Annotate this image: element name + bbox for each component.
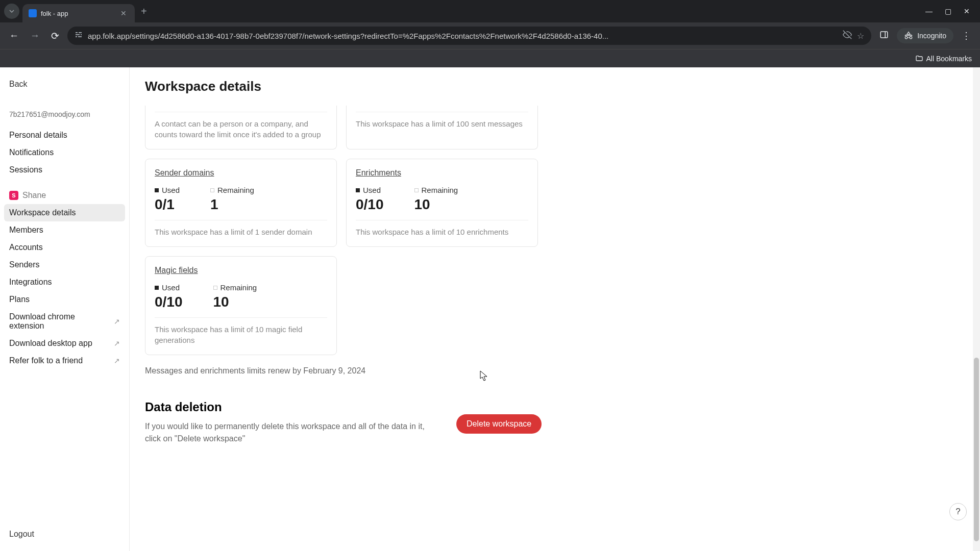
- browser-tab[interactable]: folk - app ✕: [22, 4, 135, 22]
- external-link-icon: ↗: [114, 357, 120, 365]
- remaining-value: 10: [414, 196, 458, 213]
- scrollbar-track[interactable]: [973, 67, 980, 551]
- legend-filled-icon: [155, 286, 159, 290]
- used-value: 0/10: [356, 196, 384, 213]
- settings-sidebar: Back 7b217651@moodjoy.com Personal detai…: [0, 67, 130, 551]
- browser-menu-icon[interactable]: ⋮: [959, 27, 974, 44]
- usage-cards-grid: A contact can be a person or a company, …: [145, 106, 965, 355]
- sidebar-item-refer[interactable]: Refer folk to a friend↗: [4, 352, 125, 369]
- divider: [155, 220, 327, 220]
- sidebar-item-label: Sessions: [9, 165, 42, 174]
- sidebar-item-label: Plans: [9, 295, 30, 304]
- address-bar[interactable]: app.folk.app/settings/4d2586d0-a136-4017…: [67, 27, 871, 45]
- sidebar-item-label: Integrations: [9, 278, 52, 287]
- sidebar-item-members[interactable]: Members: [4, 221, 125, 239]
- card-note: This workspace has a limit of 100 sent m…: [356, 118, 528, 129]
- divider: [155, 317, 327, 318]
- deletion-body: If you would like to permanently delete …: [145, 420, 436, 445]
- sidebar-item-personal-details[interactable]: Personal details: [4, 127, 125, 144]
- card-stats: Used 0/10 Remaining 10: [356, 186, 528, 213]
- all-bookmarks-button[interactable]: All Bookmarks: [915, 55, 972, 63]
- sidebar-item-label: Members: [9, 226, 43, 235]
- used-label: Used: [356, 186, 384, 194]
- svg-rect-3: [81, 34, 82, 35]
- usage-card-contacts-partial: A contact can be a person or a company, …: [145, 106, 337, 149]
- side-panel-icon[interactable]: [876, 27, 892, 44]
- close-window-icon[interactable]: ✕: [964, 7, 970, 15]
- legend-filled-icon: [356, 188, 360, 192]
- remaining-label: Remaining: [213, 283, 257, 292]
- logout-button[interactable]: Logout: [4, 525, 125, 543]
- sidebar-item-plans[interactable]: Plans: [4, 291, 125, 308]
- sidebar-item-label: Workspace details: [9, 208, 76, 217]
- tab-search-dropdown[interactable]: [4, 4, 19, 19]
- sidebar-item-sessions[interactable]: Sessions: [4, 161, 125, 179]
- usage-card-messages-partial: This workspace has a limit of 100 sent m…: [346, 106, 538, 149]
- sidebar-item-label: Download chrome extension: [9, 312, 110, 331]
- divider: [356, 112, 528, 112]
- card-stats: Used 0/10 Remaining 10: [155, 283, 327, 310]
- tab-favicon-icon: [29, 9, 37, 17]
- sidebar-item-senders[interactable]: Senders: [4, 256, 125, 273]
- svg-rect-1: [79, 32, 82, 33]
- divider: [155, 112, 327, 112]
- usage-card-magic-fields: Magic fields Used 0/10 Remaining 10 This…: [145, 256, 337, 355]
- legend-empty-icon: [213, 286, 217, 290]
- card-note: A contact can be a person or a company, …: [155, 118, 327, 140]
- all-bookmarks-label: All Bookmarks: [926, 55, 972, 63]
- back-icon[interactable]: ←: [6, 27, 22, 44]
- renewal-note: Messages and enrichments limits renew by…: [145, 366, 965, 375]
- used-value: 0/1: [155, 196, 180, 213]
- legend-empty-icon: [210, 188, 214, 192]
- new-tab-button[interactable]: +: [135, 6, 153, 17]
- sidebar-item-notifications[interactable]: Notifications: [4, 144, 125, 161]
- incognito-indicator[interactable]: Incognito: [897, 28, 953, 43]
- sidebar-item-accounts[interactable]: Accounts: [4, 239, 125, 256]
- remaining-value: 10: [213, 294, 257, 310]
- help-button[interactable]: ?: [949, 503, 967, 520]
- eye-off-icon[interactable]: [843, 30, 852, 41]
- incognito-icon: [904, 31, 913, 40]
- svg-rect-4: [76, 36, 77, 37]
- usage-card-enrichments: Enrichments Used 0/10 Remaining 10 This …: [346, 159, 538, 247]
- main-content: Workspace details A contact can be a per…: [130, 67, 980, 551]
- card-title[interactable]: Magic fields: [155, 266, 327, 275]
- incognito-label: Incognito: [917, 32, 946, 40]
- site-settings-icon[interactable]: [75, 31, 83, 41]
- browser-tab-bar: folk - app ✕ + — ▢ ✕: [0, 0, 980, 22]
- user-email: 7b217651@moodjoy.com: [4, 107, 125, 121]
- chevron-down-icon: [9, 8, 15, 14]
- workspace-badge: S: [9, 191, 18, 200]
- reload-icon[interactable]: ⟳: [48, 27, 62, 45]
- svg-rect-2: [76, 34, 80, 35]
- bookmarks-bar: All Bookmarks: [0, 49, 980, 67]
- card-stats: Used 0/1 Remaining 1: [155, 186, 327, 213]
- workspace-switcher[interactable]: S Shane: [4, 187, 125, 204]
- card-note: This workspace has a limit of 1 sender d…: [155, 227, 327, 237]
- maximize-icon[interactable]: ▢: [945, 7, 951, 15]
- card-note: This workspace has a limit of 10 magic f…: [155, 324, 327, 345]
- back-link[interactable]: Back: [4, 76, 125, 93]
- minimize-icon[interactable]: —: [925, 7, 933, 15]
- sidebar-item-chrome-extension[interactable]: Download chrome extension↗: [4, 308, 125, 335]
- sidebar-item-label: Senders: [9, 260, 40, 269]
- data-deletion-section: Data deletion If you would like to perma…: [145, 400, 543, 445]
- svg-rect-5: [78, 36, 82, 37]
- forward-icon[interactable]: →: [27, 27, 43, 44]
- folder-icon: [915, 55, 923, 63]
- sidebar-item-integrations[interactable]: Integrations: [4, 273, 125, 291]
- scrollbar-thumb[interactable]: [974, 358, 979, 541]
- card-title[interactable]: Sender domains: [155, 168, 327, 178]
- sidebar-item-workspace-details[interactable]: Workspace details: [4, 204, 125, 221]
- url-text: app.folk.app/settings/4d2586d0-a136-4017…: [88, 32, 838, 40]
- close-tab-icon[interactable]: ✕: [118, 8, 129, 18]
- workspace-name: Shane: [22, 191, 46, 200]
- remaining-label: Remaining: [414, 186, 458, 194]
- window-controls: — ▢ ✕: [925, 7, 976, 15]
- bookmark-star-icon[interactable]: ☆: [857, 31, 864, 41]
- card-title[interactable]: Enrichments: [356, 168, 528, 178]
- delete-workspace-button[interactable]: Delete workspace: [456, 414, 542, 434]
- sidebar-item-desktop-app[interactable]: Download desktop app↗: [4, 335, 125, 352]
- deletion-title: Data deletion: [145, 400, 436, 414]
- sidebar-item-label: Accounts: [9, 243, 43, 252]
